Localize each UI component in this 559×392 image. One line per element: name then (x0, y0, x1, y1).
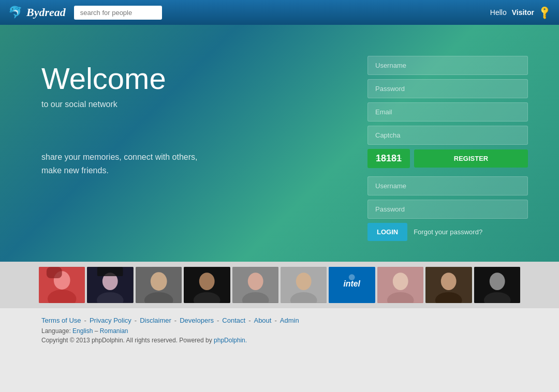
main-section: Welcome to our social network share your… (0, 25, 559, 262)
svg-point-18 (296, 273, 312, 290)
welcome-tagline: share your memories, connect with others… (41, 150, 367, 177)
footer-lang-english[interactable]: English (72, 327, 93, 335)
site-logo[interactable]: Bydread (26, 6, 66, 19)
member-avatar-intel[interactable]: intel (329, 267, 375, 303)
register-password-input[interactable] (367, 79, 528, 98)
tagline-line1: share your memories, connect with others… (41, 153, 197, 161)
visitor-label: Visitor (512, 8, 534, 17)
footer-admin-link[interactable]: Admin (280, 316, 299, 324)
logo-area: 🐬 Bydread (8, 6, 66, 19)
language-label: Language: (41, 327, 71, 335)
footer-about-link[interactable]: About (254, 316, 271, 324)
svg-point-30 (489, 273, 505, 290)
member-avatar-2[interactable] (87, 267, 133, 303)
members-strip: intel (0, 262, 559, 308)
search-input[interactable] (74, 6, 162, 20)
footer-powered-by-link[interactable]: phpDolphin. (214, 337, 247, 344)
svg-point-15 (247, 273, 263, 290)
member-avatar-10[interactable] (474, 267, 520, 303)
member-avatar-8[interactable] (377, 267, 423, 303)
footer-sep-3: - (174, 316, 176, 324)
captcha-code: 18181 (367, 149, 410, 168)
key-icon: 🔑 (537, 4, 553, 20)
copyright-text: Copyright © 2013 phpDolphin. All rights … (41, 337, 212, 344)
footer-developers-link[interactable]: Developers (180, 316, 214, 324)
footer-sep-6: - (274, 316, 276, 324)
register-username-input[interactable] (367, 56, 528, 75)
login-section: LOGIN Forgot your password? (367, 176, 528, 241)
tagline-line2: make new friends. (41, 166, 109, 175)
member-avatar-5[interactable] (232, 267, 278, 303)
register-captcha-input[interactable] (367, 126, 528, 145)
svg-rect-3 (47, 267, 62, 278)
svg-point-27 (441, 273, 457, 290)
footer-sep-4: - (217, 316, 219, 324)
member-avatar-1[interactable] (39, 267, 85, 303)
footer-lang-sep: – (95, 327, 100, 335)
footer-sep-1: - (84, 316, 86, 324)
header: 🐬 Bydread Hello Visitor 🔑 (0, 0, 559, 25)
login-button[interactable]: LOGIN (367, 223, 407, 241)
footer-privacy-link[interactable]: Privacy Policy (90, 316, 131, 324)
welcome-subtitle: to our social network (41, 100, 367, 109)
footer-contact-link[interactable]: Contact (222, 316, 245, 324)
member-avatar-4[interactable] (184, 267, 230, 303)
svg-rect-7 (97, 267, 123, 276)
footer-lang-romanian[interactable]: Romanian (100, 327, 128, 335)
login-password-input[interactable] (367, 200, 528, 219)
footer-language: Language: English – Romanian (41, 327, 518, 335)
forgot-password-link[interactable]: Forgot your password? (414, 228, 482, 236)
welcome-section: Welcome to our social network share your… (41, 56, 367, 177)
welcome-title: Welcome (41, 61, 367, 96)
footer-sep-5: - (248, 316, 251, 324)
svg-point-9 (151, 272, 167, 291)
login-row: LOGIN Forgot your password? (367, 223, 528, 241)
svg-point-12 (199, 273, 215, 290)
footer-terms-link[interactable]: Terms of Use (41, 316, 81, 324)
captcha-row: 18181 REGISTER (367, 149, 528, 168)
member-avatar-3[interactable] (136, 267, 182, 303)
hello-label: Hello (490, 8, 507, 17)
dolphin-icon: 🐬 (8, 6, 22, 19)
footer-links: Terms of Use - Privacy Policy - Disclaim… (41, 316, 518, 324)
member-avatar-6[interactable] (281, 267, 327, 303)
svg-point-24 (393, 273, 408, 290)
member-avatar-9[interactable] (425, 267, 472, 303)
register-button[interactable]: REGISTER (414, 149, 528, 168)
footer-sep-2: - (135, 316, 137, 324)
form-section: 18181 REGISTER LOGIN Forgot your passwor… (367, 56, 528, 241)
footer-disclaimer-link[interactable]: Disclaimer (140, 316, 171, 324)
footer: Terms of Use - Privacy Policy - Disclaim… (0, 308, 559, 354)
svg-point-22 (349, 274, 355, 280)
register-email-input[interactable] (367, 102, 528, 122)
svg-text:intel: intel (344, 279, 361, 288)
header-right: Hello Visitor 🔑 (490, 7, 551, 18)
login-username-input[interactable] (367, 176, 528, 195)
footer-copyright: Copyright © 2013 phpDolphin. All rights … (41, 337, 518, 344)
